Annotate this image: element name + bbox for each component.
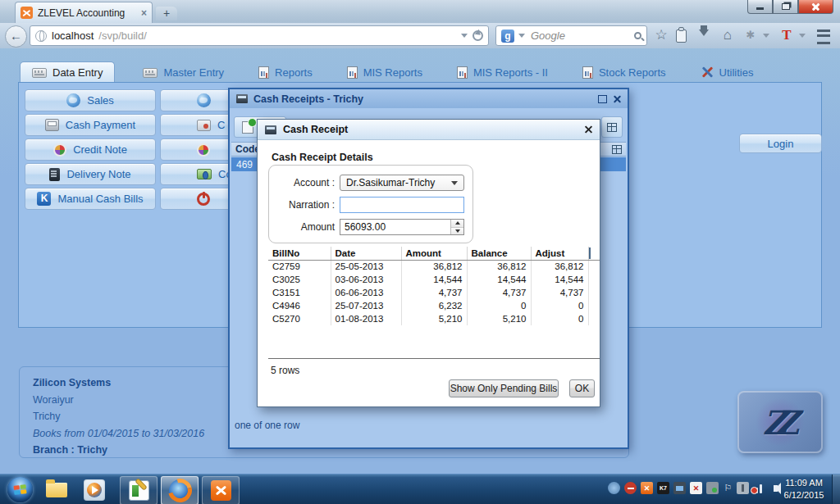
tab-utilities[interactable]: Utilities bbox=[694, 61, 760, 83]
search-bar[interactable]: g bbox=[495, 25, 647, 46]
tray-network-icon[interactable] bbox=[751, 482, 764, 494]
button-label: OK bbox=[575, 383, 589, 394]
close-button[interactable] bbox=[798, 0, 833, 14]
tray-bluetooth-icon[interactable] bbox=[608, 482, 620, 494]
addon-icon[interactable]: ✱ bbox=[742, 27, 759, 43]
narration-input[interactable] bbox=[340, 197, 464, 213]
search-icon[interactable] bbox=[634, 32, 641, 39]
col-date[interactable]: Date bbox=[331, 247, 401, 260]
explorer-taskbar-icon[interactable] bbox=[45, 479, 67, 501]
bill-cell: 25-07-2013 bbox=[331, 299, 401, 312]
column-chooser-icon[interactable] bbox=[612, 145, 622, 154]
firefox-taskbar-icon[interactable] bbox=[161, 476, 199, 504]
url-bar[interactable]: localhost /svp/build/ bbox=[30, 25, 489, 46]
downloads-icon[interactable] bbox=[699, 30, 709, 41]
show-desktop-button[interactable] bbox=[832, 474, 840, 504]
bill-row[interactable]: C302503-06-201314,54414,54414,544 bbox=[268, 273, 600, 286]
new-document-icon bbox=[242, 121, 253, 134]
bookmarks-menu-icon[interactable] bbox=[676, 30, 687, 43]
manual-cash-bills-button[interactable]: KManual Cash Bills bbox=[25, 188, 156, 210]
folder-icon bbox=[46, 483, 67, 497]
grid-settings-button[interactable] bbox=[601, 116, 623, 138]
bill-cell: 14,544 bbox=[467, 273, 531, 286]
tray-error-icon[interactable]: ✕ bbox=[690, 482, 702, 494]
new-tab-button[interactable]: + bbox=[156, 7, 177, 20]
credit-note-button[interactable]: Credit Note bbox=[25, 138, 156, 161]
column-chooser-icon[interactable] bbox=[588, 247, 600, 260]
home-icon[interactable]: ⌂ bbox=[719, 27, 737, 43]
tab-close-icon[interactable]: × bbox=[141, 8, 147, 18]
tray-power-plug-icon[interactable] bbox=[737, 482, 749, 494]
account-select[interactable]: Dr.Sasikumar-Trichy bbox=[340, 175, 464, 191]
tray-red-app-icon[interactable] bbox=[624, 482, 637, 494]
url-dropdown-icon[interactable] bbox=[461, 34, 468, 38]
cash-payment-button[interactable]: Cash Payment bbox=[25, 114, 156, 136]
clock[interactable]: 11:09 AM 6/12/2015 bbox=[779, 477, 829, 502]
back-button[interactable]: ← bbox=[5, 25, 27, 48]
show-pending-bills-button[interactable]: Show Only Pending Bills bbox=[449, 379, 559, 397]
sales-button[interactable]: Sales bbox=[25, 89, 156, 111]
media-player-taskbar-icon[interactable] bbox=[83, 479, 105, 501]
text-tool-dropdown-icon[interactable] bbox=[799, 34, 806, 38]
maximize-icon[interactable] bbox=[598, 95, 607, 103]
tray-usb-icon[interactable] bbox=[706, 482, 719, 494]
col-billno[interactable]: BillNo bbox=[268, 247, 331, 260]
browser-tab[interactable]: ZLEVEL Accounting × bbox=[15, 2, 153, 23]
url-path: /svp/build/ bbox=[98, 30, 456, 42]
tab-stock-reports[interactable]: Stock Reports bbox=[576, 62, 673, 83]
power-icon bbox=[197, 193, 210, 206]
bill-cell: C5270 bbox=[268, 312, 331, 325]
search-engine-dropdown-icon[interactable] bbox=[518, 34, 525, 38]
spin-down-icon[interactable] bbox=[451, 228, 463, 235]
bill-cell: 0 bbox=[467, 299, 531, 312]
bookmark-star-icon[interactable]: ☆ bbox=[652, 27, 670, 43]
bill-row[interactable]: C494625-07-20136,23200 bbox=[268, 299, 600, 312]
search-input[interactable] bbox=[529, 29, 630, 43]
addon-dropdown-icon[interactable] bbox=[763, 34, 769, 38]
bill-row[interactable]: C275925-05-201336,81236,81236,812 bbox=[268, 260, 600, 273]
tray-k7-antivirus-icon[interactable]: K7 bbox=[657, 482, 669, 494]
bill-cell-spacer bbox=[588, 286, 600, 299]
tab-master-entry[interactable]: Master Entry bbox=[136, 62, 231, 83]
bill-cell: 4,737 bbox=[467, 286, 531, 299]
text-tool-icon[interactable]: T bbox=[779, 27, 794, 43]
tray-xampp-icon[interactable]: ✕ bbox=[641, 482, 653, 494]
bill-cell: C3151 bbox=[268, 286, 331, 299]
tab-label: Utilities bbox=[719, 66, 754, 79]
reload-icon[interactable] bbox=[472, 30, 483, 41]
zilicon-logo: ZZ bbox=[737, 391, 823, 453]
col-amount[interactable]: Amount bbox=[401, 247, 467, 260]
bill-row[interactable]: C315106-06-20134,7374,7374,737 bbox=[268, 286, 600, 299]
search-engine-icon[interactable]: g bbox=[501, 30, 514, 43]
tab-data-entry[interactable]: Data Entry bbox=[20, 61, 115, 83]
tray-display-icon[interactable] bbox=[673, 482, 686, 494]
receipt-details-group: Account : Dr.Sasikumar-Trichy Narration … bbox=[268, 165, 473, 243]
amount-input[interactable] bbox=[340, 220, 450, 234]
minimize-button[interactable] bbox=[747, 0, 773, 14]
tab-reports[interactable]: Reports bbox=[252, 62, 319, 83]
col-balance[interactable]: Balance bbox=[467, 247, 531, 260]
bill-cell: 25-05-2013 bbox=[331, 260, 401, 273]
spin-up-icon[interactable] bbox=[451, 220, 463, 228]
ok-button[interactable]: OK bbox=[569, 379, 595, 397]
login-button[interactable]: Login bbox=[739, 134, 822, 153]
bill-cell: C4946 bbox=[268, 299, 331, 312]
minimize-icon bbox=[756, 7, 764, 10]
cash-receipts-titlebar[interactable]: Cash Receipts - Trichy bbox=[230, 89, 628, 108]
tab-mis-reports-2[interactable]: MIS Reports - II bbox=[450, 62, 555, 83]
amount-spinner[interactable] bbox=[340, 219, 464, 235]
delivery-note-button[interactable]: Delivery Note bbox=[25, 163, 156, 185]
tray-action-center-flag-icon[interactable]: ⚐ bbox=[722, 482, 734, 494]
chevron-down-icon bbox=[451, 181, 458, 185]
close-icon[interactable] bbox=[613, 95, 621, 103]
menu-icon[interactable] bbox=[817, 30, 830, 44]
col-adjust[interactable]: Adjust bbox=[531, 247, 588, 260]
start-button[interactable] bbox=[7, 477, 33, 502]
cash-receipt-titlebar[interactable]: Cash Receipt bbox=[258, 120, 600, 140]
bill-row[interactable]: C527001-08-20135,2105,2100 bbox=[268, 312, 600, 325]
report-app-taskbar-icon[interactable] bbox=[120, 476, 158, 504]
close-icon[interactable] bbox=[584, 125, 592, 134]
xampp-taskbar-icon[interactable] bbox=[202, 476, 240, 504]
restore-button[interactable] bbox=[773, 0, 798, 14]
tab-mis-reports[interactable]: MIS Reports bbox=[340, 62, 429, 83]
